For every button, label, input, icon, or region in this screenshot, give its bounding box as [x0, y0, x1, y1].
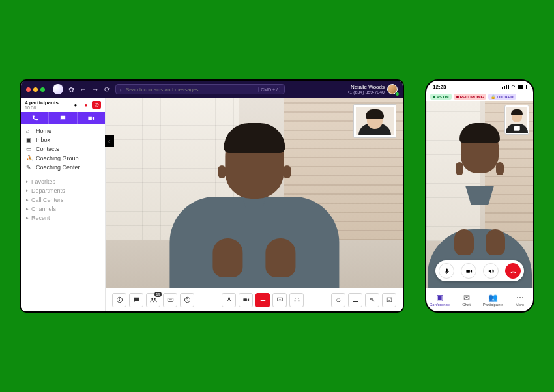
svg-rect-1: [119, 300, 120, 301]
apps-button[interactable]: [163, 293, 177, 307]
user-phone: +1 (634) 359-7840: [347, 90, 385, 94]
toolbar-group-left: 19 ?: [112, 293, 194, 307]
pill-vs-on: VS ON: [430, 94, 452, 100]
collapse-sidebar-button[interactable]: ‹: [105, 135, 114, 147]
wifi-icon: ⌔: [512, 84, 515, 90]
nav-back-icon[interactable]: ←: [80, 85, 87, 93]
conference-icon: ▣: [436, 293, 443, 302]
mobile-tab-chat[interactable]: ✉Chat: [453, 288, 480, 311]
mobile-tab-participants[interactable]: 👥Participants: [480, 288, 506, 311]
main-area: ‹ 19 ?: [106, 98, 403, 311]
mobile-window: 12:23 ⌔ VS ON RECORDING 🔒LOCKED ▣C: [425, 79, 534, 313]
desktop-window: ✿ ← → ⟳ ⌕ CMD + / Natalie Woods +1 (634)…: [20, 79, 404, 313]
call-timer: 10:58: [25, 105, 59, 110]
nav-label: Inbox: [36, 137, 50, 143]
nav-coaching-group[interactable]: ⛹Coaching Group: [21, 154, 105, 163]
mobile-tab-more[interactable]: ⋯More: [506, 288, 533, 311]
check-button[interactable]: ☑: [382, 293, 396, 307]
pill-locked: 🔒LOCKED: [488, 94, 516, 100]
user-name: Natalie Woods: [347, 84, 385, 90]
participants-count: 4 participants: [25, 100, 59, 105]
user-avatar[interactable]: [387, 84, 398, 94]
titlebar: ✿ ← → ⟳ ⌕ CMD + / Natalie Woods +1 (634)…: [21, 81, 403, 98]
contacts-icon: ▭: [26, 146, 33, 152]
close-dot[interactable]: [26, 87, 31, 92]
signal-icon: [502, 85, 509, 89]
section-recent[interactable]: Recent: [21, 214, 105, 223]
home-icon: ⌂: [26, 128, 33, 134]
mobile-hangup-button[interactable]: [505, 263, 521, 279]
search-input[interactable]: [126, 87, 255, 92]
info-button[interactable]: [112, 293, 126, 307]
mic-button[interactable]: [222, 293, 236, 307]
pip-thumbnail[interactable]: [353, 104, 396, 138]
tab-calls[interactable]: [21, 112, 49, 124]
svg-point-3: [151, 298, 153, 300]
mobile-statusbar: 12:23 ⌔: [426, 81, 533, 92]
inbox-icon: ▣: [26, 137, 33, 143]
mobile-video-button[interactable]: [461, 263, 476, 279]
toolbar-group-center: [222, 293, 304, 307]
headset-button[interactable]: [289, 293, 304, 307]
nav-label: Coaching Group: [36, 155, 79, 161]
user-box[interactable]: Natalie Woods +1 (634) 359-7840: [347, 84, 398, 94]
nav-inbox[interactable]: ▣Inbox: [21, 135, 105, 145]
record-mini-icon[interactable]: ●: [81, 101, 91, 109]
nav-list: ⌂Home ▣Inbox ▭Contacts ⛹Coaching Group ✎…: [21, 124, 105, 175]
camera-icon: [514, 126, 520, 131]
annotate-button[interactable]: ✎: [365, 293, 379, 307]
tab-messages[interactable]: [49, 112, 77, 124]
emoji-button[interactable]: ☺: [331, 293, 345, 307]
share-button[interactable]: [272, 293, 287, 307]
mobile-video-stage: [426, 101, 533, 288]
call-toolbar: 19 ? ☺ ☰ ✎ ☑: [106, 288, 403, 311]
mobile-clock: 12:23: [433, 84, 446, 90]
pill-recording: RECORDING: [454, 94, 487, 100]
settings-icon[interactable]: ✿: [68, 85, 74, 94]
list-button[interactable]: ☰: [348, 293, 362, 307]
chat-button[interactable]: [129, 293, 143, 307]
section-channels[interactable]: Channels: [21, 204, 105, 214]
chat-icon: ✉: [463, 293, 470, 302]
tab-video[interactable]: [78, 112, 105, 124]
mobile-tab-conference[interactable]: ▣Conference: [426, 288, 453, 311]
mobile-status-pills: VS ON RECORDING 🔒LOCKED: [426, 92, 533, 101]
hangup-button[interactable]: [255, 293, 270, 307]
nav-home[interactable]: ⌂Home: [21, 126, 105, 135]
section-list: Favorites Departments Call Centers Chann…: [21, 175, 105, 225]
more-icon: ⋯: [516, 293, 524, 302]
svg-rect-6: [169, 300, 172, 300]
lock-icon: 🔒: [491, 94, 495, 99]
nav-coaching-center[interactable]: ✎Coaching Center: [21, 163, 105, 172]
search-kbd-hint: CMD + /: [258, 87, 280, 92]
svg-rect-12: [446, 268, 448, 272]
sidebar: 4 participants 10:58 ● ● ✆ ⌂Home ▣Inbox …: [21, 98, 106, 311]
participants-button[interactable]: 19: [146, 293, 160, 307]
section-favorites[interactable]: Favorites: [21, 177, 105, 186]
search-bar[interactable]: ⌕ CMD + /: [115, 84, 285, 94]
svg-rect-2: [119, 298, 120, 299]
mobile-pip[interactable]: [504, 105, 529, 135]
refresh-icon[interactable]: ⟳: [104, 85, 110, 94]
mobile-speaker-button[interactable]: [483, 263, 499, 279]
search-icon: ⌕: [120, 86, 123, 92]
traffic-lights: [26, 87, 45, 92]
nav-contacts[interactable]: ▭Contacts: [21, 145, 105, 154]
video-stage: [106, 98, 403, 288]
mic-mini-icon[interactable]: ●: [71, 101, 80, 109]
svg-rect-10: [243, 298, 247, 301]
video-button[interactable]: [239, 293, 253, 307]
nav-label: Coaching Center: [36, 164, 80, 171]
section-departments[interactable]: Departments: [21, 186, 105, 195]
help-button[interactable]: ?: [180, 293, 194, 307]
section-callcenters[interactable]: Call Centers: [21, 195, 105, 204]
edit-icon: ✎: [26, 164, 33, 171]
battery-icon: [518, 85, 527, 89]
hangup-mini-button[interactable]: ✆: [92, 101, 101, 109]
mobile-tabbar: ▣Conference ✉Chat 👥Participants ⋯More: [426, 288, 533, 311]
minimize-dot[interactable]: [33, 87, 38, 92]
svg-point-4: [153, 298, 155, 300]
zoom-dot[interactable]: [40, 87, 45, 92]
mobile-mic-button[interactable]: [439, 263, 454, 279]
nav-forward-icon[interactable]: →: [92, 85, 99, 93]
